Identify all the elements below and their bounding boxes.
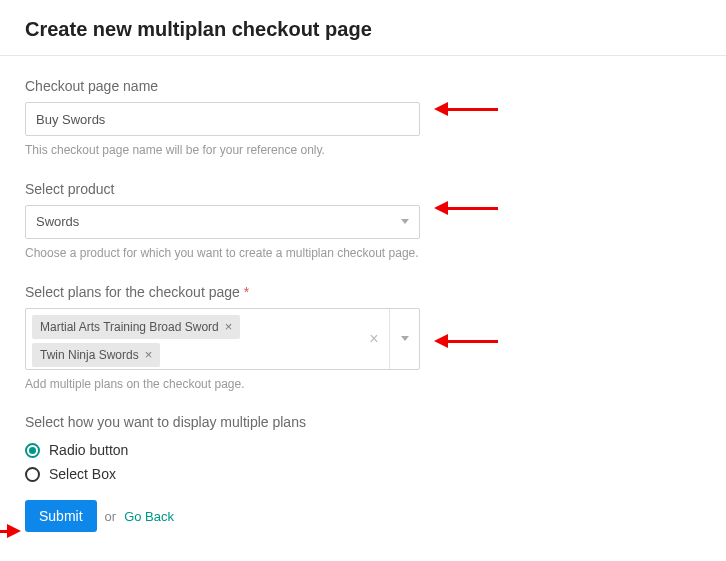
- plans-dropdown-toggle[interactable]: [389, 309, 419, 369]
- chevron-down-icon: [401, 219, 409, 224]
- radio-label: Radio button: [49, 442, 128, 458]
- plan-tag: Twin Ninja Swords ×: [32, 343, 160, 367]
- remove-tag-icon[interactable]: ×: [145, 348, 153, 361]
- radio-icon: [25, 443, 40, 458]
- label-checkout-name: Checkout page name: [25, 78, 701, 94]
- product-select-value: Swords: [36, 214, 79, 229]
- submit-button[interactable]: Submit: [25, 500, 97, 532]
- label-select-product: Select product: [25, 181, 701, 197]
- annotation-arrow: [0, 524, 21, 538]
- field-select-product: Select product Swords Choose a product f…: [25, 181, 701, 262]
- field-display-mode: Select how you want to display multiple …: [25, 414, 701, 482]
- plan-tag-label: Martial Arts Training Broad Sword: [40, 320, 219, 334]
- required-marker: *: [244, 284, 249, 300]
- or-text: or: [105, 509, 117, 524]
- divider: [0, 55, 726, 56]
- radio-option-radio-button[interactable]: Radio button: [25, 442, 701, 458]
- form-actions: Submit or Go Back: [25, 500, 701, 532]
- go-back-link[interactable]: Go Back: [124, 509, 174, 524]
- field-select-plans: Select plans for the checkout page * Mar…: [25, 284, 701, 393]
- clear-all-icon[interactable]: ×: [359, 309, 389, 369]
- page-title: Create new multiplan checkout page: [25, 18, 701, 41]
- plan-tag: Martial Arts Training Broad Sword ×: [32, 315, 240, 339]
- label-select-plans: Select plans for the checkout page *: [25, 284, 701, 300]
- chevron-down-icon: [401, 336, 409, 341]
- radio-icon: [25, 467, 40, 482]
- help-select-plans: Add multiple plans on the checkout page.: [25, 376, 420, 393]
- plans-tags-area[interactable]: Martial Arts Training Broad Sword × Twin…: [26, 309, 359, 369]
- radio-label: Select Box: [49, 466, 116, 482]
- label-display-mode: Select how you want to display multiple …: [25, 414, 701, 430]
- field-checkout-name: Checkout page name This checkout page na…: [25, 78, 701, 159]
- product-select[interactable]: Swords: [25, 205, 420, 239]
- label-select-plans-text: Select plans for the checkout page: [25, 284, 240, 300]
- radio-option-select-box[interactable]: Select Box: [25, 466, 701, 482]
- plans-multiselect[interactable]: Martial Arts Training Broad Sword × Twin…: [25, 308, 420, 370]
- remove-tag-icon[interactable]: ×: [225, 320, 233, 333]
- help-select-product: Choose a product for which you want to c…: [25, 245, 420, 262]
- checkout-name-input[interactable]: [25, 102, 420, 136]
- plan-tag-label: Twin Ninja Swords: [40, 348, 139, 362]
- help-checkout-name: This checkout page name will be for your…: [25, 142, 420, 159]
